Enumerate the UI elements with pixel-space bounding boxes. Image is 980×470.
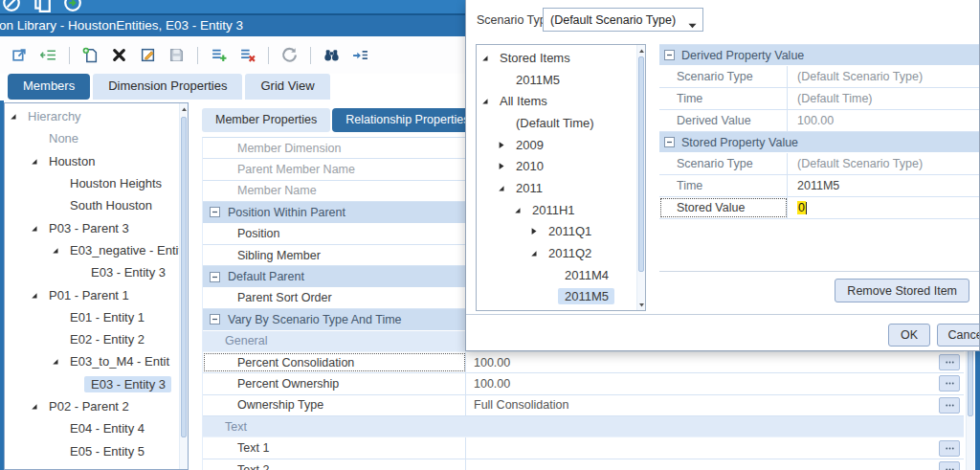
property-row[interactable]: Scenario Type(Default Scenario Type) xyxy=(659,153,979,175)
tab-relationship-properties[interactable]: Relationship Properties xyxy=(332,108,482,132)
insert-row-button[interactable] xyxy=(211,47,227,63)
ellipsis-button[interactable] xyxy=(939,354,960,370)
property-name-cell[interactable]: Percent Ownership xyxy=(203,373,466,393)
expander-open-icon[interactable] xyxy=(480,96,493,106)
copy-icon[interactable] xyxy=(33,0,52,12)
collapse-box-icon[interactable] xyxy=(210,207,220,217)
expander-closed-icon[interactable] xyxy=(497,161,509,171)
collapse-box-icon[interactable] xyxy=(664,137,675,147)
new-item-button[interactable] xyxy=(82,47,99,63)
tab-member-properties[interactable]: Member Properties xyxy=(202,108,330,132)
tree-item[interactable]: 2011M4 xyxy=(477,264,645,286)
property-name-cell[interactable]: Stored Value xyxy=(659,197,788,218)
tree-item[interactable]: Houston Heights xyxy=(5,172,188,194)
property-name-cell[interactable]: Scenario Type xyxy=(659,66,788,87)
property-row[interactable]: Derived Value100.00 xyxy=(659,110,979,132)
scroll-up-icon[interactable] xyxy=(180,104,189,114)
expander-open-icon[interactable] xyxy=(30,223,42,234)
scrollbar-thumb[interactable] xyxy=(638,56,644,272)
tab-dimension-properties[interactable]: Dimension Properties xyxy=(93,74,242,100)
property-name-cell[interactable]: Time xyxy=(659,88,788,109)
property-row[interactable]: Percent Consolidation100.00 xyxy=(203,352,964,373)
property-name-cell[interactable]: Sibling Member xyxy=(203,245,466,265)
ok-button[interactable]: OK xyxy=(888,324,930,347)
tree-item[interactable]: P02 - Parent 2 xyxy=(5,395,188,417)
tree-item[interactable]: E03_to_M4 - Entit xyxy=(5,350,188,372)
property-row[interactable]: Percent Ownership100.00 xyxy=(203,373,964,394)
tree-item[interactable]: 2011Q2 xyxy=(477,242,645,264)
property-value-cell[interactable]: 0 xyxy=(788,197,979,218)
remove-row-button[interactable] xyxy=(239,47,256,63)
collapse-box-icon[interactable] xyxy=(210,272,220,282)
run-icon[interactable] xyxy=(63,0,82,12)
property-value-cell[interactable]: Full Consolidation xyxy=(466,395,964,415)
edited-value-highlight[interactable]: 0 xyxy=(797,201,806,214)
property-value-cell[interactable]: (Default Scenario Type) xyxy=(788,153,979,174)
collapse-box-icon[interactable] xyxy=(664,50,675,60)
group-header[interactable]: Stored Property Value xyxy=(659,132,979,153)
property-name-cell[interactable]: Percent Consolidation xyxy=(203,352,466,372)
expander-open-icon[interactable] xyxy=(30,401,42,412)
tree-item[interactable]: 2011H1 xyxy=(477,199,645,221)
tree-item[interactable]: E01 - Entity 1 xyxy=(5,306,188,328)
property-value-cell[interactable] xyxy=(466,459,964,470)
tree-item[interactable]: Hierarchy xyxy=(5,105,188,127)
property-name-cell[interactable]: Text 2 xyxy=(203,459,466,470)
cancel-button[interactable]: Cancel xyxy=(937,324,980,347)
compass-icon[interactable] xyxy=(2,0,21,12)
property-name-cell[interactable]: Text 1 xyxy=(203,437,466,458)
remove-stored-item-button[interactable]: Remove Stored Item xyxy=(835,279,969,302)
expander-closed-icon[interactable] xyxy=(529,226,542,236)
scrollbar-thumb[interactable] xyxy=(181,117,187,437)
tree-item[interactable]: 2010 xyxy=(477,155,645,177)
undo-button[interactable] xyxy=(281,47,298,63)
property-name-cell[interactable]: Derived Value xyxy=(659,110,788,131)
binoculars-button[interactable] xyxy=(323,47,340,63)
group-header[interactable]: Derived Property Value xyxy=(659,45,979,66)
goto-item-button[interactable] xyxy=(352,47,368,63)
tree-item[interactable]: All Items xyxy=(477,90,645,112)
expander-open-icon[interactable] xyxy=(513,205,525,215)
expander-open-icon[interactable] xyxy=(30,156,42,167)
expander-open-icon[interactable] xyxy=(30,290,42,301)
property-row[interactable]: Time(Default Time) xyxy=(659,88,979,110)
property-row[interactable]: Scenario Type(Default Scenario Type) xyxy=(659,66,979,88)
property-value-cell[interactable]: (Default Time) xyxy=(788,88,979,109)
tree-item[interactable]: 2011 xyxy=(477,177,645,199)
property-name-cell[interactable]: Time xyxy=(659,175,788,196)
property-name-cell[interactable]: Member Name xyxy=(203,181,466,201)
ellipsis-button[interactable] xyxy=(939,440,960,457)
tree-item[interactable]: P01 - Parent 1 xyxy=(5,283,188,305)
property-value-cell[interactable]: 100.00 xyxy=(466,352,964,372)
property-value-cell[interactable]: (Default Scenario Type) xyxy=(788,66,979,87)
tree-item[interactable]: (Default Time) xyxy=(477,112,645,134)
tree-item[interactable]: Houston xyxy=(5,150,188,172)
property-row[interactable]: Stored Value0 xyxy=(659,197,979,219)
edit-item-button[interactable] xyxy=(140,47,156,63)
property-row[interactable]: Text 2 xyxy=(203,459,964,470)
tree-item[interactable]: E03 - Entity 3 xyxy=(5,261,188,283)
property-value-cell[interactable] xyxy=(466,437,964,458)
ellipsis-button[interactable] xyxy=(939,375,960,392)
property-row[interactable]: Text 1 xyxy=(203,437,964,459)
entity-tree-scrollbar[interactable] xyxy=(179,103,188,469)
expander-open-icon[interactable] xyxy=(529,248,542,258)
tree-item[interactable]: 2011Q1 xyxy=(477,221,645,243)
tree-item[interactable]: E02 - Entity 2 xyxy=(5,328,188,350)
scroll-down-icon[interactable] xyxy=(637,300,646,309)
scenario-type-select[interactable]: (Default Scenario Type) xyxy=(543,8,703,32)
ellipsis-button[interactable] xyxy=(939,461,960,470)
property-row[interactable]: Ownership TypeFull Consolidation xyxy=(203,395,964,416)
tree-item[interactable]: E04 - Entity 4 xyxy=(5,417,188,439)
expander-open-icon[interactable] xyxy=(51,356,63,367)
collapse-list-button[interactable] xyxy=(40,47,56,63)
scroll-up-icon[interactable] xyxy=(637,46,646,56)
tree-item[interactable]: E03 - Entity 3 xyxy=(5,373,188,395)
save-button[interactable] xyxy=(168,47,185,63)
expander-closed-icon[interactable] xyxy=(497,140,509,150)
time-tree-scrollbar[interactable] xyxy=(636,45,645,310)
open-form-button[interactable] xyxy=(11,47,28,63)
tree-item[interactable]: E03_negative - Entity xyxy=(5,239,188,261)
expander-open-icon[interactable] xyxy=(497,183,509,193)
collapse-box-icon[interactable] xyxy=(210,314,220,325)
